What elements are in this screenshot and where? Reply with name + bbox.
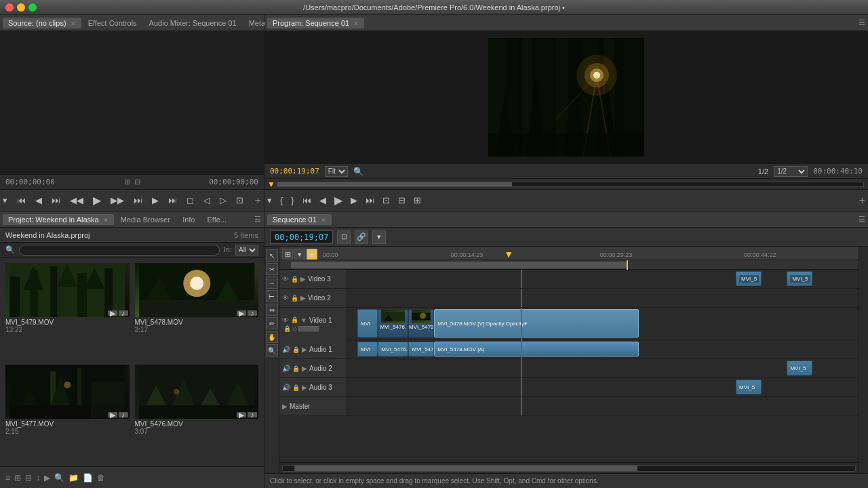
program-skip-back[interactable]: ⏮ [300,194,314,207]
program-in-point[interactable]: { [277,194,285,207]
audio3-mute-icon[interactable]: 🔊 [282,384,290,391]
source-step-back[interactable]: ⏮ [14,194,28,207]
fit-dropdown[interactable]: Fit [325,166,348,177]
program-add-button[interactable]: + [859,195,865,207]
source-skip-fwd[interactable]: ⏭ [131,194,145,207]
track-eye-video2[interactable]: 👁 [282,294,289,302]
pen-tool[interactable]: ✏ [266,317,278,329]
clip-audio2-1[interactable]: MVI_5 [787,361,812,375]
timeline-timecode[interactable]: 00;00;19;07 [270,230,333,244]
new-bin-icon[interactable]: 📁 [68,473,79,483]
maximize-button[interactable] [28,3,37,12]
source-skip-back[interactable]: ⏭ [49,194,63,207]
source-add-button[interactable]: + [255,195,261,207]
tab-program-close[interactable]: ✕ [353,20,359,27]
program-out-point[interactable]: } [288,194,296,207]
tab-effect-controls[interactable]: Effect Controls [83,18,142,28]
hand-tool[interactable]: ✋ [266,331,278,343]
track-lock-icon5[interactable]: 🔒 [292,365,300,372]
source-fast-forward[interactable]: ▶▶ [108,194,127,207]
source-advance-icon[interactable]: ⊟ [134,178,140,186]
tab-media-browser[interactable]: Media Browser [115,214,176,225]
in-select[interactable]: All [235,245,258,256]
list-item[interactable]: ▶ ♪ MVI_5477.MOV 2:15 [3,362,132,464]
clip-audio1-2[interactable]: MVI_5476. [378,342,408,357]
selection-tool[interactable]: ↖ [266,249,278,262]
tab-source[interactable]: Source: (no clips) ✕ [3,18,81,28]
program-lift[interactable]: ⊡ [380,194,393,207]
clip-audio1-4[interactable]: MVI_5478.MOV [A] [434,342,639,357]
clip-video1-2[interactable]: MVI_5476. [378,309,408,338]
magnifier-icon[interactable]: 🔍 [353,167,363,176]
source-frame-fwd[interactable]: ▶ [149,194,161,207]
list-item[interactable]: ▶ ♪ MVI_5476.MOV 3:07 [132,362,262,464]
track-expand-master[interactable]: ▶ [282,403,288,410]
timeline-panel-menu[interactable]: ☰ [859,215,865,224]
source-mark-in[interactable]: ▾ [0,194,10,207]
program-camera[interactable]: ⊞ [411,194,424,207]
track-eye-video3[interactable]: 👁 [282,275,289,283]
track-expand-audio1[interactable]: ▶ [302,346,307,353]
project-panel-menu[interactable]: ☰ [254,215,261,224]
freeform-icon[interactable]: ⊟ [25,473,32,483]
snap-to-button[interactable]: ◆ [307,249,317,260]
add-track-button[interactable]: ⊞ [282,249,293,260]
program-play[interactable]: ▶ [332,192,345,208]
timeline-scrollbar[interactable] [859,247,868,473]
source-mark-out[interactable]: ◻ [184,194,197,207]
zoom-tool[interactable]: 🔍 [266,344,278,357]
automate-icon[interactable]: ▶ [44,473,50,483]
list-view-icon[interactable]: ≡ [5,473,10,483]
linked-selection-button[interactable]: 🔗 [355,230,368,244]
source-overwrite[interactable]: ▷ [217,194,229,207]
track-lock-icon3[interactable]: 🔒 [291,317,298,323]
source-safe-icon[interactable]: ⊞ [124,178,130,186]
clip-video1-3[interactable]: MVI_5479 [408,309,434,338]
tab-sequence-close[interactable]: ✕ [321,217,326,224]
clip-audio1-1[interactable]: MVI [357,342,378,357]
track-select-tool[interactable]: → [266,277,278,289]
source-rewind[interactable]: ◀◀ [67,194,86,207]
program-panel-menu[interactable]: ☰ [859,18,865,27]
snap-button[interactable]: ⊡ [337,230,351,244]
tab-project-close[interactable]: ✕ [103,217,108,224]
track-expand-video3[interactable]: ▶ [300,275,306,283]
list-item[interactable]: ▶ ♪ MVI_5478.MOV 3:17 [132,260,262,362]
program-step-back[interactable]: ◀ [317,194,329,207]
source-step-fwd[interactable]: ⏭ [165,194,180,207]
tab-info[interactable]: Info [177,214,200,225]
playhead-scrubber[interactable] [277,182,864,187]
source-insert[interactable]: ◁ [201,194,213,207]
marker-button[interactable]: ▾ [294,249,305,260]
new-item-icon[interactable]: 📄 [83,473,93,483]
source-frame-back[interactable]: ◀ [33,194,45,207]
program-skip-fwd[interactable]: ⏭ [363,194,377,207]
close-button[interactable] [5,3,14,12]
icon-view-icon[interactable]: ⊞ [14,473,21,483]
audio-mute-icon[interactable]: 🔊 [282,346,290,353]
tab-effects[interactable]: Effe... [201,214,232,225]
scrubber-thumb[interactable] [294,466,637,471]
clip-video3-1[interactable]: MVI_5 [736,271,762,286]
clip-video1-4[interactable]: MVI_5478.MOV [V] Opacity:Opacity▾ [434,309,639,338]
clip-video3-2[interactable]: MVI_5 [787,271,812,286]
sync-icon[interactable]: ◇ [292,325,297,332]
tab-program[interactable]: Program: Sequence 01 ✕ [267,18,364,28]
search-input[interactable] [19,245,220,256]
source-play[interactable]: ▶ [90,192,104,208]
track-lock-icon2[interactable]: 🔒 [291,295,298,302]
track-eye-video1[interactable]: 👁 [282,317,289,324]
clip-audio3-1[interactable]: MVI_5 [736,380,762,394]
razor-tool[interactable]: ✂ [266,263,278,275]
track-expand-audio2[interactable]: ▶ [302,365,307,372]
sync-lock-icon[interactable]: 🔒 [283,325,291,332]
zoom-thumb[interactable] [291,262,627,268]
list-item[interactable]: ▶ ♪ MVI_5479.MOV 13:22 [3,260,132,362]
track-expand-video1[interactable]: ▼ [300,317,307,324]
ripple-edit-tool[interactable]: ⊢ [266,290,278,302]
track-slider[interactable] [298,326,319,331]
program-extract[interactable]: ⊟ [395,194,408,207]
clip-audio1-3[interactable]: MVI_5479 [408,342,434,357]
find-icon[interactable]: 🔍 [54,473,64,483]
fraction-dropdown[interactable]: 1/2 [774,166,808,177]
